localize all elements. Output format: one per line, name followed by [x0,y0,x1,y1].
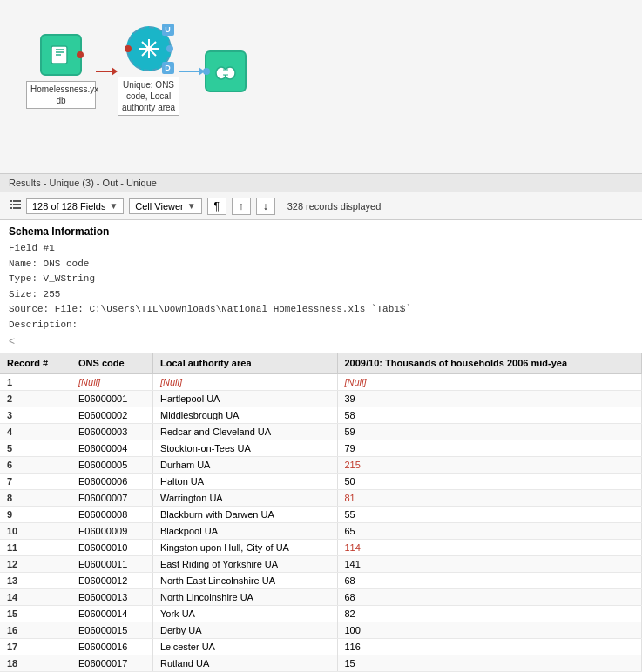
cell-record-num: 17 [0,638,71,655]
cell-value: [Null] [337,373,642,391]
table-row[interactable]: 9E06000008Blackburn with Darwen UA55 [0,506,642,522]
results-text: Results - Unique (3) - Out - Unique [9,178,157,188]
svg-rect-11 [223,70,228,75]
col-header-area: Local authority area [152,353,337,373]
viewer-arrow-icon: ▼ [187,201,196,211]
cell-area: Durham UA [152,456,337,473]
table-row[interactable]: 10E06000009Blackpool UA65 [0,522,642,539]
table-row[interactable]: 1[Null][Null][Null] [0,373,642,391]
schema-section: Schema Information Field #1 Name: ONS co… [0,220,642,353]
cell-record-num: 5 [0,440,71,456]
cell-ons-code: E06000013 [71,588,153,605]
svg-rect-14 [10,200,12,202]
cell-ons-code: E06000009 [71,522,153,539]
cell-area: Leicester UA [152,638,337,655]
fields-dropdown[interactable]: 128 of 128 Fields ▼ [26,198,124,214]
cell-record-num: 8 [0,489,71,506]
up-arrow-button[interactable]: ↑ [232,198,251,215]
table-row[interactable]: 6E06000005Durham UA215 [0,456,642,473]
cell-area: [Null] [152,373,337,391]
cell-area: Redcar and Cleveland UA [152,423,337,440]
schema-content: Field #1 Name: ONS code Type: V_WString … [9,241,633,333]
unique-node-label: Unique: ONS code, Local authority area [118,77,179,116]
cell-record-num: 2 [0,390,71,407]
table-row[interactable]: 5E06000004Stockton-on-Tees UA79 [0,440,642,456]
svg-rect-15 [13,200,21,202]
pilcrow-button[interactable]: ¶ [207,198,226,215]
cell-value: 116 [337,638,642,655]
table-row[interactable]: 4E06000003Redcar and Cleveland UA59 [0,423,642,440]
cell-record-num: 7 [0,473,71,489]
table-row[interactable]: 12E06000011East Riding of Yorkshire UA14… [0,555,642,572]
results-bar: Results - Unique (3) - Out - Unique [0,174,642,192]
cell-area: Halton UA [152,473,337,489]
cell-value: 100 [337,622,642,638]
cell-value: 81 [337,489,642,506]
cell-record-num: 6 [0,456,71,473]
cell-value: 59 [337,423,642,440]
cell-record-num: 3 [0,407,71,423]
cell-ons-code: E06000003 [71,423,153,440]
cell-area: Rutland UA [152,655,337,671]
col-header-value: 2009/10: Thousands of households 2006 mi… [337,353,642,373]
viewer-label: Cell Viewer [135,201,183,212]
cell-value: 55 [337,506,642,522]
cell-area: Middlesbrough UA [152,407,337,423]
table-row[interactable]: 2E06000001Hartlepool UA39 [0,390,642,407]
table-row[interactable]: 17E06000016Leicester UA116 [0,638,642,655]
table-row[interactable]: 18E06000017Rutland UA15 [0,655,642,671]
cell-value: 68 [337,572,642,588]
cell-ons-code: E06000011 [71,555,153,572]
fields-label: 128 of 128 Fields [32,201,105,212]
svg-rect-16 [10,204,12,205]
cell-area: Stockton-on-Tees UA [152,440,337,456]
cell-ons-code: E06000015 [71,622,153,638]
cell-ons-code: E06000002 [71,407,153,423]
browse-node[interactable] [205,50,247,92]
data-table-container[interactable]: Record # ONS code Local authority area 2… [0,353,642,672]
canvas-area: Homelessness.yx db U [0,0,642,174]
toolbar: 128 of 128 Fields ▼ Cell Viewer ▼ ¶ ↑ ↓ … [0,192,642,220]
data-table: Record # ONS code Local authority area 2… [0,353,642,672]
list-icon[interactable] [7,196,24,216]
cell-value: 82 [337,605,642,622]
cell-record-num: 13 [0,572,71,588]
cell-value: 15 [337,655,642,671]
schema-scroll-hint: < [9,335,633,347]
table-row[interactable]: 16E06000015Derby UA100 [0,622,642,638]
cell-record-num: 15 [0,605,71,622]
cell-ons-code: [Null] [71,373,153,391]
cell-ons-code: E06000017 [71,655,153,671]
cell-ons-code: E06000014 [71,605,153,622]
col-header-record: Record # [0,353,71,373]
table-row[interactable]: 15E06000014York UA82 [0,605,642,622]
table-row[interactable]: 11E06000010Kingston upon Hull, City of U… [0,539,642,555]
table-row[interactable]: 3E06000002Middlesbrough UA58 [0,407,642,423]
table-row[interactable]: 8E06000007Warrington UA81 [0,489,642,506]
cell-record-num: 4 [0,423,71,440]
cell-record-num: 1 [0,373,71,391]
connector-2 [179,67,205,76]
cell-ons-code: E06000008 [71,506,153,522]
down-arrow-button[interactable]: ↓ [256,198,275,215]
cell-ons-code: E06000012 [71,572,153,588]
cell-ons-code: E06000010 [71,539,153,555]
cell-record-num: 12 [0,555,71,572]
table-row[interactable]: 7E06000006Halton UA50 [0,473,642,489]
table-row[interactable]: 14E06000013North Lincolnshire UA68 [0,588,642,605]
connector-1 [96,67,118,76]
cell-value: 58 [337,407,642,423]
cell-value: 50 [337,473,642,489]
unique-node[interactable]: U D Unique: ONS code, Local authority ar… [118,26,179,116]
input-node[interactable]: Homelessness.yx db [26,34,96,109]
cell-ons-code: E06000001 [71,390,153,407]
cell-record-num: 11 [0,539,71,555]
table-row[interactable]: 13E06000012North East Lincolnshire UA68 [0,572,642,588]
cell-area: East Riding of Yorkshire UA [152,555,337,572]
cell-area: North Lincolnshire UA [152,588,337,605]
workflow: Homelessness.yx db U [17,9,625,133]
cell-value: 79 [337,440,642,456]
schema-title: Schema Information [9,225,633,238]
cell-value: 39 [337,390,642,407]
viewer-dropdown[interactable]: Cell Viewer ▼ [129,198,201,214]
